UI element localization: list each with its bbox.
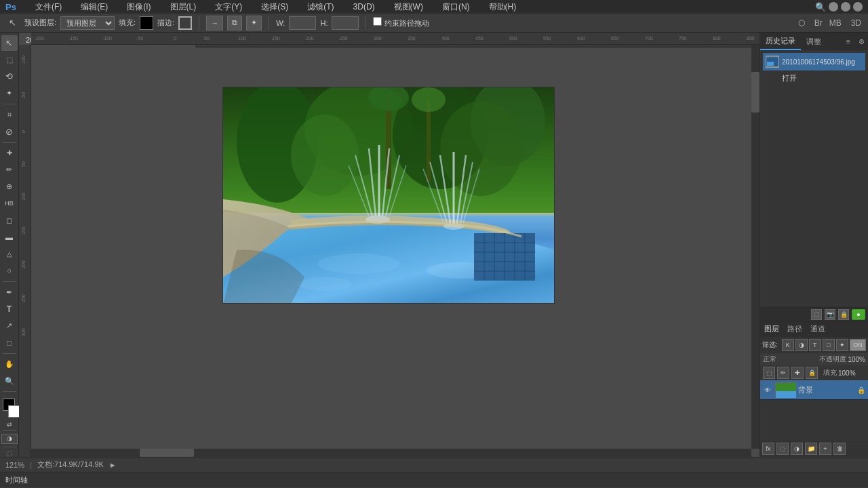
- pen-tool[interactable]: ✒: [1, 285, 18, 300]
- type-tool[interactable]: T: [1, 302, 18, 317]
- shape-tool[interactable]: □: [1, 335, 18, 350]
- blur-tool[interactable]: △: [1, 246, 18, 262]
- options-btn2[interactable]: ⧉: [227, 16, 242, 30]
- history-brush-tool[interactable]: HB: [1, 196, 18, 211]
- background-color[interactable]: [8, 405, 20, 418]
- add-style-button[interactable]: fx: [762, 443, 774, 455]
- menu-filter[interactable]: 滤镜(T): [302, 0, 339, 14]
- opacity-label: 不透明度: [819, 354, 846, 364]
- zoom-tool[interactable]: 🔍: [1, 373, 18, 389]
- lock-position-btn[interactable]: ✚: [791, 367, 804, 379]
- preset-dropdown[interactable]: 预用图层: [60, 16, 115, 30]
- magic-wand-tool[interactable]: ✦: [1, 85, 18, 101]
- menu-window[interactable]: 窗口(N): [437, 0, 475, 14]
- quick-mask-icon[interactable]: ◑: [1, 434, 18, 444]
- svg-text:150: 150: [272, 36, 280, 41]
- vscroll-thumb[interactable]: [751, 72, 760, 113]
- layer-icon2[interactable]: 📷: [825, 309, 835, 320]
- bridge-icon[interactable]: Br: [814, 18, 823, 28]
- width-input[interactable]: [289, 16, 316, 30]
- menu-layer[interactable]: 图层(L): [165, 0, 202, 14]
- layer-filter-toggle[interactable]: ON: [850, 339, 866, 351]
- screen-mode-icon[interactable]: ⬚: [6, 450, 12, 457]
- menu-select[interactable]: 选择(S): [256, 0, 294, 14]
- panel-collapse-icon[interactable]: ≡: [843, 36, 854, 47]
- hscroll-thumb[interactable]: [140, 449, 194, 457]
- canvas-area: 20101006174503/96.jpg @ 121% ( RGB/8# ) …: [19, 33, 760, 457]
- brush-tool[interactable]: ✏: [1, 162, 18, 178]
- history-item-file[interactable]: 20101006174503/96.jpg: [763, 53, 865, 70]
- filter-adj-btn[interactable]: ◑: [795, 339, 808, 351]
- menu-view[interactable]: 视图(W): [389, 0, 429, 14]
- add-mask-button[interactable]: ⬚: [776, 443, 789, 455]
- lock-pixel-btn[interactable]: ✏: [777, 367, 789, 379]
- fill-value: 100%: [838, 369, 856, 377]
- constraint-checkbox[interactable]: [373, 17, 382, 26]
- history-file-icon: [766, 56, 779, 68]
- menu-text[interactable]: 文字(Y): [210, 0, 248, 14]
- width-label: W:: [276, 19, 285, 27]
- lasso-tool[interactable]: ⟲: [1, 69, 18, 85]
- filter-type-btn[interactable]: K: [782, 339, 794, 351]
- layer-tab-layers[interactable]: 图层: [760, 322, 783, 337]
- status-arrow[interactable]: ►: [109, 461, 117, 469]
- group-button[interactable]: 📁: [805, 443, 817, 455]
- search-icon[interactable]: 🔍: [815, 2, 826, 12]
- layer-search: 正常 不透明度 100%: [760, 353, 868, 365]
- height-input[interactable]: [332, 16, 359, 30]
- new-layer-button[interactable]: +: [819, 443, 831, 455]
- menu-3d[interactable]: 3D(D): [348, 1, 380, 13]
- layer-icon1[interactable]: ⬚: [811, 309, 822, 320]
- clone-tool[interactable]: ⊕: [1, 179, 18, 195]
- panel-settings-icon[interactable]: ⚙: [856, 36, 867, 47]
- layer-visibility-eye[interactable]: 👁: [763, 385, 772, 394]
- minimize-button[interactable]: [829, 2, 838, 12]
- eyedropper-tool[interactable]: ⊘: [1, 124, 18, 140]
- marquee-tool[interactable]: ⬚: [1, 52, 18, 68]
- maximize-button[interactable]: [841, 2, 850, 12]
- adjustment-button[interactable]: ◑: [791, 443, 803, 455]
- layer-tab-channels[interactable]: 通道: [806, 322, 829, 337]
- lock-all-btn[interactable]: 🔒: [806, 367, 818, 379]
- eraser-tool[interactable]: ◻: [1, 213, 18, 228]
- filter-smart-btn[interactable]: ✦: [836, 339, 848, 351]
- fill-label: 填充: [823, 368, 837, 378]
- menu-image[interactable]: 图像(I): [121, 0, 156, 14]
- hand-tool[interactable]: ✋: [1, 357, 18, 372]
- dodge-tool[interactable]: ○: [1, 263, 18, 279]
- status-doc-info: 文档:714.9K/714.9K: [37, 460, 104, 470]
- svg-text:300: 300: [374, 36, 382, 41]
- lock-transparent-btn[interactable]: ⬚: [763, 367, 775, 379]
- healing-tool[interactable]: ✚: [1, 146, 18, 161]
- gradient-tool[interactable]: ▬: [1, 230, 18, 245]
- menu-file[interactable]: 文件(F): [30, 0, 67, 14]
- swap-colors-icon[interactable]: ⇄: [7, 421, 12, 428]
- close-button[interactable]: [853, 2, 863, 12]
- tab-adjust[interactable]: 调整: [801, 34, 827, 49]
- layer-item-background[interactable]: 👁 背景 🔒: [760, 380, 868, 400]
- arrange-icon[interactable]: ⬡: [798, 18, 805, 28]
- vertical-scrollbar[interactable]: [751, 45, 760, 449]
- fill-swatch[interactable]: [140, 16, 153, 30]
- crop-tool[interactable]: ⌗: [1, 107, 18, 123]
- path-select-tool[interactable]: ↗: [1, 318, 18, 333]
- move-tool[interactable]: ↖: [1, 35, 18, 51]
- 3d-icon[interactable]: 3D: [851, 18, 861, 28]
- history-item-open[interactable]: 打开: [763, 70, 865, 86]
- stroke-swatch[interactable]: [178, 16, 192, 30]
- horizontal-scrollbar[interactable]: [31, 449, 751, 457]
- options-btn1[interactable]: →: [206, 16, 223, 30]
- menu-help[interactable]: 帮助(H): [484, 0, 522, 14]
- svg-text:250: 250: [340, 36, 348, 41]
- options-btn3[interactable]: ✦: [246, 16, 262, 30]
- filter-text-btn[interactable]: T: [809, 339, 821, 351]
- filter-shape-btn[interactable]: □: [823, 339, 835, 351]
- delete-layer-button[interactable]: 🗑: [833, 443, 846, 455]
- svg-text:-150: -150: [68, 36, 78, 41]
- layer-icon3[interactable]: 🔒: [838, 309, 849, 320]
- layer-tab-paths[interactable]: 路径: [783, 322, 806, 337]
- tab-history[interactable]: 历史记录: [760, 33, 801, 50]
- layer-icon4[interactable]: ●: [852, 309, 865, 320]
- menu-edit[interactable]: 编辑(E): [75, 0, 113, 14]
- mini-bridge-icon[interactable]: MB: [829, 18, 842, 28]
